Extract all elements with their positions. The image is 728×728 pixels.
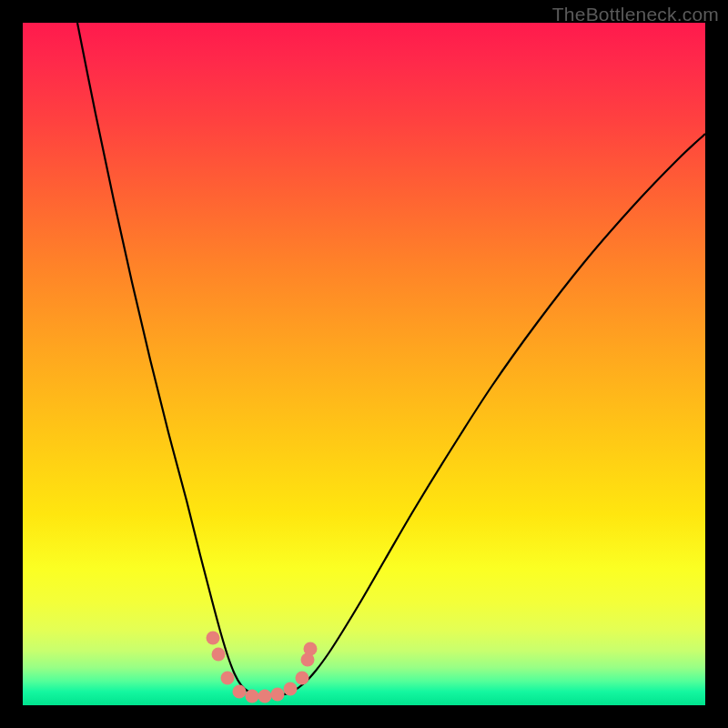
curve-marker xyxy=(221,672,235,685)
plot-area xyxy=(23,23,705,705)
watermark-text: TheBottleneck.com xyxy=(552,4,719,25)
curve-marker xyxy=(246,690,259,703)
curve-marker xyxy=(296,672,309,685)
curve-marker xyxy=(233,685,247,699)
curve-marker xyxy=(271,688,285,702)
curve-marker xyxy=(301,653,315,667)
curve-marker xyxy=(212,648,226,662)
curve-path xyxy=(77,23,705,696)
curve-marker xyxy=(207,632,220,645)
curve-marker xyxy=(284,682,298,696)
curve-marker xyxy=(258,690,272,703)
curve-marker xyxy=(304,642,318,656)
bottleneck-curve xyxy=(23,23,705,705)
chart-frame: TheBottleneck.com xyxy=(0,0,728,728)
